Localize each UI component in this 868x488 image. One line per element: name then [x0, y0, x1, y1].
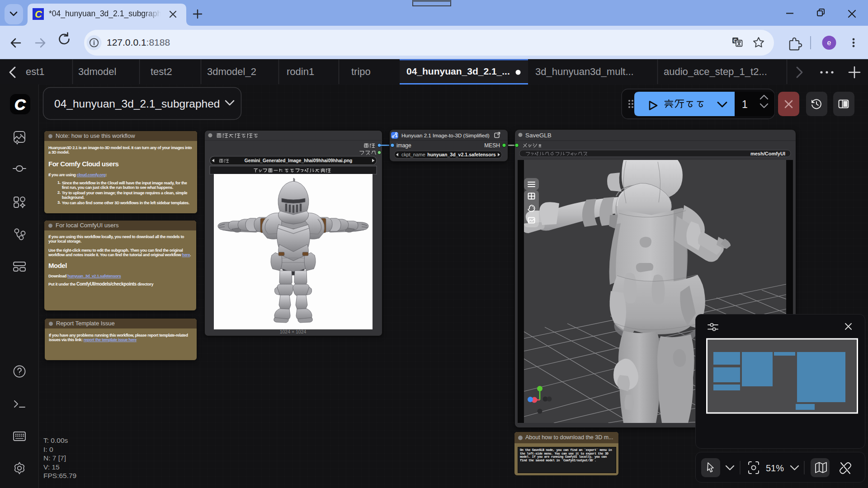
svg-text:51%: 51%: [766, 463, 784, 473]
